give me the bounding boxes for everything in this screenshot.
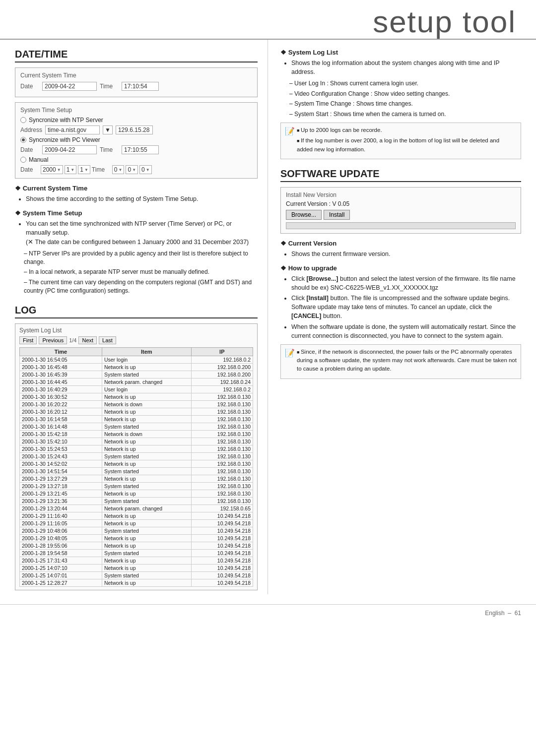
table-cell: 10.249.54.218 <box>191 542 253 549</box>
table-cell: 192.168.0.2 <box>191 385 253 393</box>
table-cell: User login <box>102 356 191 363</box>
pc-time-input[interactable] <box>122 145 159 154</box>
table-cell: 2000-1-30 16:30:52 <box>20 393 102 400</box>
table-cell: Network is up <box>102 445 191 452</box>
note-line2: If the log number is over 2000, a log in… <box>297 136 517 154</box>
browse-button[interactable]: Browse... <box>286 210 322 220</box>
pc-date-label: Date <box>20 146 39 153</box>
table-cell: 2000-1-30 15:24:53 <box>20 445 102 452</box>
table-cell: 2000-1-25 12:28:27 <box>20 579 102 586</box>
table-cell: System started <box>102 467 191 475</box>
log-header-row: TimeItemIP <box>20 347 253 356</box>
system-time-setup-panel: System Time Setup Syncronize with NTP Se… <box>15 102 258 179</box>
system-time-setup-panel-title: System Time Setup <box>20 107 252 114</box>
table-cell: 192.168.0.200 <box>191 371 253 378</box>
ntp-ip-input[interactable] <box>116 126 153 134</box>
ntp-address-row: Address ▼ <box>20 126 252 134</box>
address-label: Address <box>20 126 42 133</box>
manual-radio-row[interactable]: Manual <box>20 156 252 163</box>
dash-item: In a local network, a separate NTP serve… <box>24 268 258 276</box>
table-cell: 192.168.0.130 <box>191 415 253 423</box>
table-row: 2000-1-25 14:07:10Network is up10.249.54… <box>20 564 253 571</box>
ntp-label: Syncronize with NTP Server <box>29 117 103 124</box>
table-row: 2000-1-29 11:16:05Network is up10.249.54… <box>20 519 253 527</box>
system-time-note: (✕ The date can be configured between 1 … <box>26 239 249 246</box>
table-cell: 192.168.0.200 <box>191 363 253 371</box>
year-select[interactable]: 2000 ▼ <box>41 165 63 174</box>
how-to-upgrade-bullets: Click [Browse...] button and select the … <box>280 274 521 340</box>
table-cell: 2000-1-29 13:21:36 <box>20 497 102 504</box>
table-cell: 192.168.0.130 <box>191 475 253 482</box>
table-cell: 2000-1-29 13:20:44 <box>20 504 102 512</box>
log-last-btn[interactable]: Last <box>99 336 116 344</box>
table-row: 2000-1-30 16:20:22Network is down192.168… <box>20 400 253 408</box>
log-col-header: Item <box>102 347 191 356</box>
table-row: 2000-1-29 10:48:05Network is up10.249.54… <box>20 534 253 542</box>
table-cell: Network is up <box>102 564 191 571</box>
min-select[interactable]: 0 ▼ <box>126 165 138 174</box>
ntp-radio-row[interactable]: Syncronize with NTP Server <box>20 117 252 124</box>
table-row: 2000-1-29 11:16:40Network is up10.249.54… <box>20 512 253 519</box>
table-cell: 192.168.0.130 <box>191 430 253 438</box>
table-cell: Network is up <box>102 393 191 400</box>
table-cell: 192.168.0.130 <box>191 460 253 467</box>
date-label: Date <box>20 83 39 90</box>
table-cell: 2000-1-30 14:52:02 <box>20 460 102 467</box>
current-system-time-panel: Current System Time Date Time <box>15 67 258 97</box>
table-cell: Network is up <box>102 490 191 497</box>
table-cell: Network is down <box>102 400 191 408</box>
system-time-dash-list: NTP Server IPs are provided by a public … <box>15 250 258 296</box>
pc-radio-row[interactable]: Syncronize with PC Viewer <box>20 136 252 143</box>
table-cell: 192.168.0.130 <box>191 452 253 460</box>
table-cell: System started <box>102 527 191 534</box>
install-button[interactable]: Install <box>324 210 350 220</box>
log-first-btn[interactable]: First <box>19 336 37 344</box>
table-row: 2000-1-30 16:44:45Network param. changed… <box>20 378 253 385</box>
log-dash-item: Video Configuration Change : Show video … <box>289 90 521 98</box>
table-row: 2000-1-30 15:24:53Network is up192.168.0… <box>20 445 253 452</box>
ntp-radio[interactable] <box>20 117 26 123</box>
table-cell: 192.168.0.2 <box>191 356 253 363</box>
pc-radio[interactable] <box>20 137 26 143</box>
table-cell: 2000-1-30 16:45:48 <box>20 363 102 371</box>
month-select[interactable]: 1 ▼ <box>65 165 77 174</box>
log-list-bullet: Shows the log information about the syst… <box>291 59 521 76</box>
table-cell: 2000-1-29 11:16:05 <box>20 519 102 527</box>
ntp-select[interactable]: ▼ <box>103 126 113 134</box>
table-cell: Network is up <box>102 460 191 467</box>
table-cell: 2000-1-30 16:40:29 <box>20 385 102 393</box>
hour-select[interactable]: 0 ▼ <box>112 165 125 174</box>
table-cell: 10.249.54.218 <box>191 512 253 519</box>
table-row: 2000-1-30 15:42:18Network is down192.168… <box>20 430 253 438</box>
current-version-heading: Current Version <box>280 240 521 247</box>
pc-date-input[interactable] <box>42 145 97 154</box>
day-select[interactable]: 1 ▼ <box>78 165 90 174</box>
manual-date-label: Date <box>20 166 39 173</box>
log-next-btn[interactable]: Next <box>78 336 97 344</box>
table-cell: Network is up <box>102 557 191 564</box>
current-time-input[interactable] <box>122 82 159 91</box>
table-cell: 192.168.0.130 <box>191 490 253 497</box>
table-cell: 10.249.54.218 <box>191 557 253 564</box>
manual-label: Manual <box>29 156 48 163</box>
table-row: 2000-1-30 16:14:48System started192.168.… <box>20 423 253 430</box>
current-system-time-heading: Current System Time <box>15 185 258 192</box>
sec-select[interactable]: 0 ▼ <box>139 165 152 174</box>
log-prev-btn[interactable]: Previous <box>39 336 67 344</box>
current-version-desc: Shows the current firmware version. <box>291 250 521 258</box>
pc-label: Syncronize with PC Viewer <box>29 136 100 143</box>
system-log-list-heading: System Log List <box>280 49 521 56</box>
manual-radio[interactable] <box>20 157 26 163</box>
table-cell: 10.249.54.218 <box>191 527 253 534</box>
ntp-address-input[interactable] <box>45 126 100 134</box>
table-cell: 2000-1-30 16:14:48 <box>20 423 102 430</box>
table-cell: 10.249.54.218 <box>191 571 253 579</box>
system-time-setup-heading: System Time Setup <box>15 209 258 217</box>
system-log-list-bullets: Shows the log information about the syst… <box>280 59 521 76</box>
table-cell: User login <box>102 385 191 393</box>
left-column: DATE/TIME Current System Time Date Time … <box>15 40 268 594</box>
log-dash-item: System Time Change : Shows time changes. <box>289 100 521 108</box>
current-date-input[interactable] <box>42 82 97 91</box>
table-cell: 2000-1-28 19:55:06 <box>20 542 102 549</box>
table-cell: 2000-1-30 16:54:05 <box>20 356 102 363</box>
